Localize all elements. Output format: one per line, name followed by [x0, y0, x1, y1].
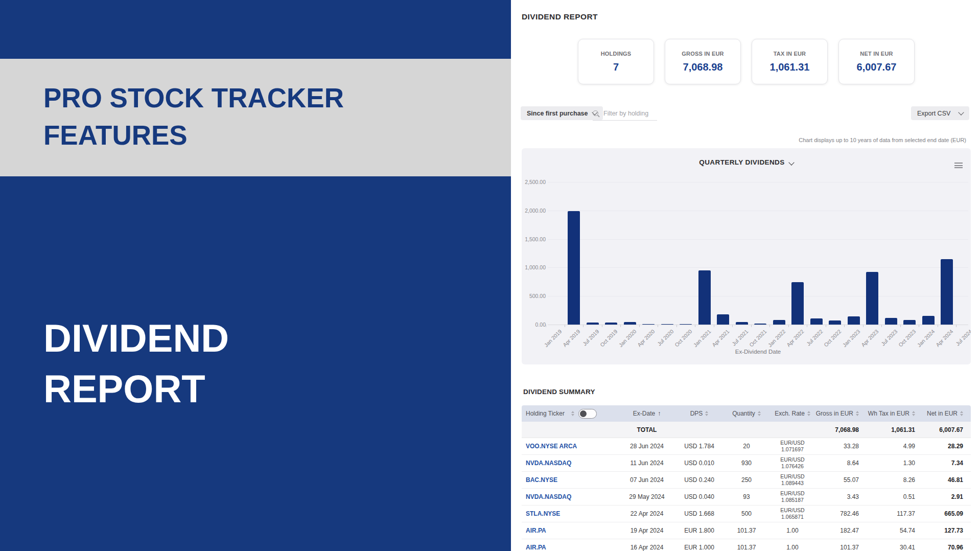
quarterly-dividends-chart: QUARTERLY DIVIDENDS 0.00500.001,000.001,… [522, 148, 971, 364]
ticker-link[interactable]: BAC.NYSE [526, 476, 557, 484]
ticker-link[interactable]: VOO.NYSE ARCA [526, 443, 577, 450]
ex-date-cell: 22 Apr 2024 [619, 506, 675, 522]
x-axis-label: Oct 2020 [673, 328, 693, 348]
x-axis-label: Jul 2023 [879, 328, 898, 347]
sort-icon[interactable] [705, 411, 708, 416]
x-axis-tick [714, 325, 714, 327]
ex-date-cell: 29 May 2024 [619, 489, 675, 505]
total-empty-cell [724, 422, 769, 438]
stat-card-label: HOLDINGS [601, 51, 632, 57]
chart-bar [829, 320, 841, 325]
exch-rate-cell: EUR/USD1.065871 [769, 506, 815, 522]
search-icon [593, 110, 598, 116]
x-axis-tick [826, 325, 826, 327]
total-gross-cell: 7,068.98 [815, 422, 867, 438]
total-tax-cell: 1,061.31 [867, 422, 923, 438]
x-axis-tick [863, 325, 864, 327]
promo-title: PRO STOCK TRACKER FEATURES [43, 79, 370, 154]
sort-icon[interactable] [960, 411, 963, 416]
sort-down-triangle [912, 414, 915, 416]
x-axis-label: Oct 2021 [748, 328, 768, 348]
exch-rate-lines: EUR/USD1.085187 [780, 490, 804, 503]
chart-bar [810, 318, 823, 325]
date-range-dropdown[interactable]: Since first purchase [521, 106, 603, 120]
gridline [548, 325, 968, 325]
total-empty-cell [769, 422, 815, 438]
column-header-net-in-eur[interactable]: Net in EUR [923, 405, 971, 422]
holding-filter [593, 106, 657, 121]
chart-bar [624, 322, 636, 325]
x-axis-label: Jan 2022 [766, 328, 786, 348]
net-cell: 28.29 [923, 438, 971, 454]
column-header-holding-ticker[interactable]: Holding Ticker [522, 405, 619, 422]
ticker-cell: NVDA.NASDAQ [522, 455, 619, 471]
tax-cell: 54.74 [867, 522, 923, 539]
x-axis-label: Apr 2021 [711, 328, 731, 348]
chart-type-dropdown[interactable]: QUARTERLY DIVIDENDS [522, 158, 971, 166]
filter-by-holding-input[interactable] [602, 109, 657, 118]
chart-title: QUARTERLY DIVIDENDS [699, 158, 784, 166]
column-header-exch-rate[interactable]: Exch. Rate [769, 405, 815, 422]
x-axis-label: Jul 2022 [805, 328, 824, 347]
y-axis-label: 0.00 [522, 322, 546, 328]
chart-bar [791, 282, 804, 325]
promo-panel: PRO STOCK TRACKER FEATURES DIVIDEND REPO… [0, 0, 511, 551]
export-csv-button[interactable]: Export CSV [911, 106, 969, 120]
dps-cell: USD 0.010 [675, 455, 724, 471]
tax-cell: 1.30 [867, 455, 923, 471]
column-header-label: Quantity [732, 410, 755, 417]
x-axis-tick [676, 325, 677, 327]
chart-bar [754, 324, 766, 325]
chart-bar [568, 211, 580, 325]
sort-icon[interactable] [758, 411, 761, 416]
ticker-cell: VOO.NYSE ARCA [522, 438, 619, 454]
column-header-dps[interactable]: DPS [675, 405, 724, 422]
exch-rate-line: 1.076426 [780, 463, 804, 470]
sort-up-triangle [856, 411, 859, 413]
gross-cell: 101.37 [815, 539, 867, 551]
sort-ascending-icon[interactable]: ↑ [658, 410, 661, 417]
tax-cell: 30.41 [867, 539, 923, 551]
sort-down-triangle [960, 414, 963, 416]
ex-date-cell: 28 Jun 2024 [619, 438, 675, 454]
chevron-down-icon [958, 109, 964, 115]
exch-rate-cell: 1.00 [769, 522, 815, 539]
sort-icon[interactable] [912, 411, 915, 416]
chart-bar [848, 316, 860, 325]
gridline [548, 296, 968, 296]
chart-menu-icon[interactable] [954, 163, 963, 170]
gross-cell: 3.43 [815, 489, 867, 505]
chart-bar [736, 322, 748, 325]
sort-icon[interactable] [571, 411, 574, 416]
toggle-knob [580, 410, 587, 417]
ticker-link[interactable]: NVDA.NASDAQ [526, 493, 571, 500]
stat-card-tax: TAX IN EUR 1,061.31 [752, 39, 828, 84]
ex-date-cell: 16 Apr 2024 [619, 539, 675, 551]
column-header-wh-tax-in-eur[interactable]: Wh Tax in EUR [867, 405, 923, 422]
x-axis-tick [881, 325, 882, 327]
table-header-row: Holding TickerEx-Date↑DPSQuantityExch. R… [522, 405, 971, 422]
net-cell: 127.73 [923, 522, 971, 539]
ticker-link[interactable]: AIR.PA [526, 527, 546, 534]
table-row: NVDA.NASDAQ11 Jun 2024USD 0.010930EUR/US… [522, 455, 971, 472]
column-header-label: Exch. Rate [775, 410, 805, 417]
column-header-ex-date[interactable]: Ex-Date↑ [619, 405, 675, 422]
quantity-cell: 101.37 [724, 539, 769, 551]
y-axis-label: 1,000.00 [522, 264, 546, 270]
holding-ticker-toggle[interactable] [578, 409, 597, 419]
column-header-gross-in-eur[interactable]: Gross in EUR [815, 405, 867, 422]
summary-title: DIVIDEND SUMMARY [523, 388, 595, 396]
column-header-quantity[interactable]: Quantity [724, 405, 769, 422]
ticker-link[interactable]: NVDA.NASDAQ [526, 460, 571, 467]
ticker-link[interactable]: STLA.NYSE [526, 510, 560, 517]
sort-up-triangle [705, 411, 708, 413]
exch-rate-cell: EUR/USD1.071697 [769, 438, 815, 454]
ticker-link[interactable]: AIR.PA [526, 544, 546, 551]
stat-card-value: 7 [613, 61, 619, 73]
tax-cell: 0.51 [867, 489, 923, 505]
chart-bar [941, 259, 953, 325]
sort-icon[interactable] [856, 411, 859, 416]
sort-icon[interactable] [807, 411, 810, 416]
x-axis-tick [732, 325, 733, 327]
stat-card-gross: GROSS IN EUR 7,068.98 [665, 39, 741, 84]
